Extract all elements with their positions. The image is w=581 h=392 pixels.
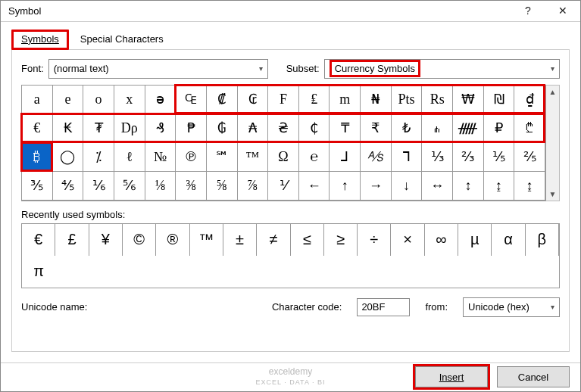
symbol-cell[interactable]: ↓ xyxy=(392,172,423,201)
symbol-cell[interactable]: ₪ xyxy=(484,86,515,114)
symbol-cell[interactable]: ↕ xyxy=(453,172,484,201)
scroll-down-icon[interactable]: ▼ xyxy=(549,190,557,198)
symbol-cell[interactable]: № xyxy=(145,143,176,172)
symbol-cell[interactable]: ₤ xyxy=(299,86,330,114)
symbol-cell[interactable]: ₮ xyxy=(83,114,114,143)
recent-symbol-cell[interactable]: ≥ xyxy=(324,224,358,256)
symbol-cell[interactable]: ⅍ xyxy=(361,143,392,172)
symbol-cell[interactable]: ₸ xyxy=(330,114,361,143)
symbol-cell[interactable]: a xyxy=(22,86,53,114)
symbol-cell[interactable]: e xyxy=(53,86,84,114)
symbol-cell[interactable]: Pts xyxy=(392,86,423,114)
symbol-cell[interactable]: ⅔ xyxy=(453,143,484,172)
symbol-cell[interactable]: ↔ xyxy=(422,172,453,201)
symbol-cell[interactable]: ₩ xyxy=(453,86,484,114)
symbol-cell[interactable]: ₡ xyxy=(207,86,238,114)
symbol-cell[interactable]: ə xyxy=(145,86,176,114)
symbol-cell[interactable]: ™ xyxy=(238,143,269,172)
symbol-cell[interactable]: ⅙ xyxy=(83,172,114,201)
symbol-cell[interactable]: ₳ xyxy=(238,114,269,143)
recent-symbol-cell[interactable]: β xyxy=(526,224,559,256)
recent-symbol-cell[interactable]: ≠ xyxy=(257,224,290,256)
symbol-cell[interactable]: ← xyxy=(299,172,330,201)
symbol-cell[interactable]: ₦ xyxy=(361,86,392,114)
symbol-cell[interactable]: ⅟ xyxy=(268,172,299,201)
recent-symbol-cell[interactable]: © xyxy=(123,224,156,256)
symbol-cell[interactable]: ↑ xyxy=(330,172,361,201)
recent-symbol-cell[interactable]: ± xyxy=(223,224,257,256)
help-button[interactable]: ? xyxy=(511,1,545,21)
recent-symbols-grid: €£¥©®™±≠≤≥÷×∞µαβπ xyxy=(21,223,560,288)
recent-symbol-cell[interactable]: ¥ xyxy=(89,224,123,256)
close-button[interactable]: ✕ xyxy=(545,1,580,21)
symbol-cell[interactable]: → xyxy=(361,172,392,201)
symbol-cell[interactable]: ₴ xyxy=(268,114,299,143)
symbol-cell[interactable]: Dρ xyxy=(114,114,145,143)
symbol-cell[interactable]: ₢ xyxy=(238,86,269,114)
symbol-cell[interactable]: ₵ xyxy=(299,114,330,143)
symbol-cell[interactable]: o xyxy=(83,86,114,114)
insert-button[interactable]: Insert xyxy=(415,366,488,387)
grid-scrollbar[interactable]: ▲ ▼ xyxy=(546,85,560,201)
recent-symbol-cell[interactable]: µ xyxy=(458,224,492,256)
tab-special-characters[interactable]: Special Characters xyxy=(70,30,173,50)
symbol-cell[interactable]: ↨ xyxy=(484,172,515,201)
symbol-cell[interactable]: ₰ xyxy=(145,114,176,143)
recent-symbol-cell[interactable]: ≤ xyxy=(291,224,324,256)
symbol-cell[interactable]: Ω xyxy=(268,143,299,172)
symbol-cell[interactable]: ₽ xyxy=(484,114,515,143)
symbol-cell[interactable]: ⅘ xyxy=(53,172,84,201)
symbol-cell[interactable]: € xyxy=(22,114,53,143)
symbol-cell[interactable]: ⅜ xyxy=(176,172,207,201)
tab-symbols[interactable]: Symbols xyxy=(11,30,69,50)
recent-symbol-cell[interactable]: ® xyxy=(156,224,189,256)
symbol-cell[interactable]: ⅂ xyxy=(392,143,423,172)
scroll-up-icon[interactable]: ▲ xyxy=(549,88,557,96)
symbol-cell[interactable]: ₫ xyxy=(514,86,545,114)
symbol-cell[interactable]: ⅃ xyxy=(330,143,361,172)
recent-symbol-cell[interactable]: ™ xyxy=(190,224,223,256)
symbol-cell[interactable]: ◯ xyxy=(53,143,84,172)
recent-symbol-cell[interactable]: ∞ xyxy=(425,224,458,256)
symbol-cell[interactable]: ₾ xyxy=(514,114,545,143)
recent-symbol-cell[interactable]: π xyxy=(22,256,55,288)
symbol-cell[interactable]: ⅓ xyxy=(422,143,453,172)
recent-symbol-cell[interactable]: × xyxy=(391,224,424,256)
symbol-cell[interactable]: ⅛ xyxy=(145,172,176,201)
subset-combo[interactable]: Currency Symbols ▾ xyxy=(324,59,560,79)
symbol-cell[interactable]: ᚏ xyxy=(453,114,484,143)
symbol-cell[interactable]: F xyxy=(268,86,299,114)
symbol-cell[interactable]: ₼ xyxy=(422,114,453,143)
symbol-cell[interactable]: ⅞ xyxy=(238,172,269,201)
symbol-cell[interactable]: ₭ xyxy=(53,114,84,143)
symbol-cell[interactable]: ⅚ xyxy=(114,172,145,201)
symbol-cell[interactable]: ₹ xyxy=(361,114,392,143)
symbol-cell[interactable]: m xyxy=(330,86,361,114)
symbol-cell[interactable]: ₿ xyxy=(22,143,53,172)
symbol-cell[interactable]: ℠ xyxy=(207,143,238,172)
symbol-cell[interactable]: ⅕ xyxy=(484,143,515,172)
symbol-cell[interactable]: ℮ xyxy=(299,143,330,172)
recent-symbol-cell[interactable]: α xyxy=(492,224,525,256)
cancel-button[interactable]: Cancel xyxy=(497,366,570,387)
symbol-cell[interactable]: ↨ xyxy=(514,172,545,201)
symbol-cell[interactable]: ℓ xyxy=(114,143,145,172)
symbol-cell[interactable]: ⅝ xyxy=(207,172,238,201)
symbol-cell[interactable]: ⅖ xyxy=(514,143,545,172)
symbol-cell[interactable]: ₠ xyxy=(176,86,207,114)
symbol-cell[interactable]: ₺ xyxy=(392,114,423,143)
symbol-cell[interactable]: ⁒ xyxy=(83,143,114,172)
from-label: from: xyxy=(425,301,448,313)
symbol-cell[interactable]: Rs xyxy=(422,86,453,114)
symbol-cell[interactable]: ₲ xyxy=(207,114,238,143)
charcode-input[interactable]: 20BF xyxy=(357,298,410,316)
symbol-cell[interactable]: x xyxy=(114,86,145,114)
symbol-cell[interactable]: ℗ xyxy=(176,143,207,172)
font-combo[interactable]: (normal text) ▾ xyxy=(48,59,268,79)
from-combo[interactable]: Unicode (hex) ▾ xyxy=(463,297,560,317)
symbol-cell[interactable]: ₱ xyxy=(176,114,207,143)
recent-symbol-cell[interactable]: ÷ xyxy=(358,224,391,256)
recent-symbol-cell[interactable]: £ xyxy=(55,224,89,256)
symbol-cell[interactable]: ⅗ xyxy=(22,172,53,201)
recent-symbol-cell[interactable]: € xyxy=(22,224,55,256)
